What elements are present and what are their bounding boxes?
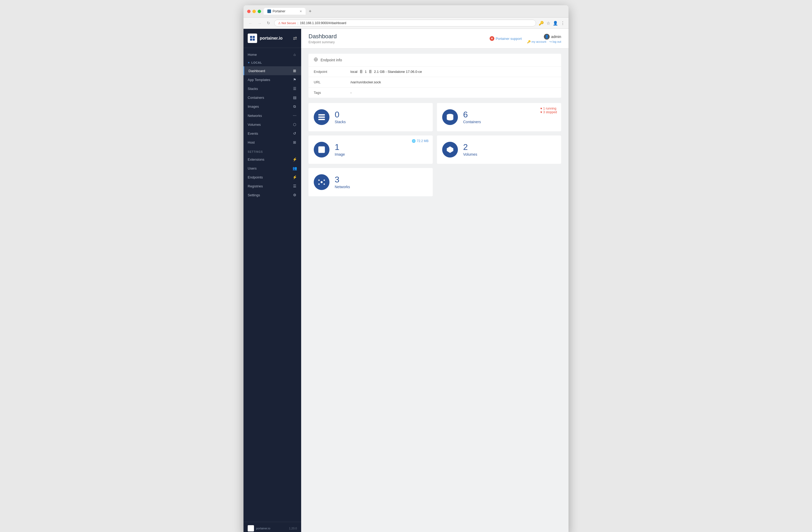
refresh-button[interactable]: ↻ — [265, 20, 272, 26]
stat-card-volumes[interactable]: 2 Volumes — [437, 135, 561, 164]
endpoint-header-icon — [314, 57, 318, 63]
logout-icon: ↪ — [549, 40, 552, 44]
sidebar-item-host[interactable]: Host ⊞ — [244, 138, 301, 147]
stat-card-containers[interactable]: 6 Containers ♥ 1 running ♥ 3 stopped — [437, 103, 561, 131]
sidebar-item-networks[interactable]: Networks ⋯ — [244, 111, 301, 120]
sidebar-item-endpoints[interactable]: Endpoints ⚡ — [244, 173, 301, 182]
nav-right: 🔑 ☆ 👤 ⋮ — [539, 21, 565, 26]
url-value: /var/run/docker.sock — [350, 80, 381, 84]
tab-bar: Portainer ✕ + — [264, 8, 565, 15]
sidebar-toggle-button[interactable]: ⇄ — [293, 35, 297, 41]
volumes-label: Volumes — [463, 152, 556, 157]
sidebar-item-home[interactable]: Dashboard Home ⌂ — [244, 50, 301, 59]
my-account-link[interactable]: 🔑 my account — [527, 40, 546, 44]
url-label: URL — [314, 80, 350, 84]
support-icon: ✕ — [490, 36, 494, 41]
endpoint-card: Endpoint info Endpoint local 🗄 1 🗄 2.1 G… — [308, 54, 561, 98]
menu-icon[interactable]: ⋮ — [561, 21, 565, 26]
stat-card-stacks[interactable]: 0 Stacks — [308, 103, 433, 131]
networks-stat-info: 3 Networks — [335, 175, 427, 189]
stat-card-networks[interactable]: 3 Networks — [308, 168, 433, 196]
admin-section: 👤 admin 🔑 my account ↪ log out — [527, 34, 561, 44]
sidebar-item-settings[interactable]: Settings ⚙ — [244, 191, 301, 200]
svg-point-14 — [324, 179, 325, 181]
containers-stopped: ♥ 3 stopped — [540, 110, 557, 114]
forward-button[interactable]: → — [256, 20, 263, 26]
logout-link[interactable]: ↪ log out — [549, 40, 561, 44]
networks-icon: ⋯ — [292, 114, 297, 118]
sidebar-item-images[interactable]: Images ⧉ — [244, 102, 301, 111]
stat-card-images[interactable]: 1 Image 🌐 72.2 MB — [308, 135, 433, 164]
sidebar-nav: Dashboard Home ⌂ LOCAL Dashboard ⊞ App T… — [244, 48, 301, 522]
footer-version: 1.20.0 — [289, 527, 297, 530]
svg-rect-2 — [250, 39, 252, 41]
minimize-button[interactable] — [252, 10, 256, 13]
key-icon[interactable]: 🔑 — [539, 21, 544, 26]
maximize-button[interactable] — [258, 10, 261, 13]
main-header: Dashboard Endpoint summary ✕ Portainer s… — [301, 29, 568, 48]
images-icon-circle — [314, 142, 330, 158]
extensions-icon: ⚡ — [292, 157, 297, 161]
footer-logo-icon — [248, 525, 254, 531]
tab-close-button[interactable]: ✕ — [300, 10, 302, 13]
support-label: Portainer support — [496, 37, 522, 41]
app-container: portainer.io ⇄ Dashboard Home ⌂ LOCAL Da… — [244, 29, 568, 532]
sidebar-item-registries[interactable]: Registries ☰ — [244, 182, 301, 191]
support-link[interactable]: ✕ Portainer support — [490, 36, 522, 41]
new-tab-button[interactable]: + — [308, 9, 313, 14]
images-stat-info: 1 Image — [335, 143, 427, 157]
stacks-count: 0 — [335, 110, 427, 119]
stacks-label: Stacks — [335, 120, 427, 124]
endpoint-info-table: Endpoint local 🗄 1 🗄 2.1 GB - Standalone… — [308, 66, 561, 98]
sidebar-item-stacks-label: Stacks — [248, 87, 290, 91]
sidebar-item-settings-label: Settings — [248, 193, 290, 197]
containers-label: Containers — [463, 120, 556, 124]
sidebar-item-users[interactable]: Users 👥 — [244, 164, 301, 173]
browser-nav: ← → ↻ ⚠ Not Secure | 192.168.1.103:9000/… — [244, 17, 568, 29]
bookmark-icon[interactable]: ☆ — [547, 21, 550, 26]
sidebar-item-app-templates[interactable]: App Templates ⚑ — [244, 75, 301, 84]
svg-line-17 — [320, 180, 321, 182]
svg-rect-1 — [253, 36, 255, 38]
host-icon: ⊞ — [292, 140, 297, 144]
volumes-icon-circle — [442, 142, 458, 158]
header-left: Dashboard Endpoint summary — [308, 33, 337, 44]
endpoint-header: Endpoint info — [308, 54, 561, 66]
local-section-label: LOCAL — [244, 59, 301, 66]
admin-links: 🔑 my account ↪ log out — [527, 40, 561, 44]
sidebar-item-app-templates-label: App Templates — [248, 78, 290, 82]
volumes-stat-info: 2 Volumes — [463, 143, 556, 157]
networks-count: 3 — [335, 175, 427, 184]
container-count: 1 — [365, 70, 367, 74]
close-button[interactable] — [247, 10, 250, 13]
stopped-heart-icon: ♥ — [540, 110, 542, 114]
browser-tab-portainer[interactable]: Portainer ✕ — [264, 8, 306, 15]
stats-grid: 0 Stacks 6 Containers — [308, 103, 561, 196]
sidebar-item-containers[interactable]: Containers ▤ — [244, 93, 301, 102]
sidebar-item-events[interactable]: Events ↺ — [244, 129, 301, 138]
sidebar-item-containers-label: Containers — [248, 95, 290, 100]
images-label: Image — [335, 152, 427, 157]
account-icon[interactable]: 👤 — [553, 21, 558, 26]
dashboard-icon: ⊞ — [292, 69, 297, 73]
svg-rect-7 — [318, 117, 325, 118]
images-meta: 🌐 72.2 MB — [412, 139, 429, 143]
admin-avatar: 👤 — [544, 34, 550, 40]
sidebar-item-dashboard[interactable]: Dashboard ⊞ — [244, 66, 301, 75]
sidebar-item-extensions[interactable]: Extensions ⚡ — [244, 155, 301, 164]
images-count: 1 — [335, 143, 427, 151]
settings-icon: ⚙ — [292, 193, 297, 197]
sidebar-item-volumes[interactable]: Volumes ⬡ — [244, 120, 301, 129]
page-subtitle: Endpoint summary — [308, 40, 337, 44]
sidebar-item-stacks[interactable]: Stacks ☰ — [244, 84, 301, 93]
running-count: 1 running — [543, 107, 556, 110]
back-button[interactable]: ← — [247, 20, 254, 26]
logo-icon — [248, 33, 257, 43]
app-templates-icon: ⚑ — [292, 77, 297, 82]
containers-icon: ▤ — [292, 95, 297, 100]
local-dot-icon — [248, 62, 250, 64]
volumes-count: 2 — [463, 143, 556, 151]
home-icon: ⌂ — [292, 53, 297, 57]
address-bar[interactable]: ⚠ Not Secure | 192.168.1.103:9000/#/dash… — [274, 20, 536, 27]
settings-section-label: SETTINGS — [244, 147, 301, 155]
